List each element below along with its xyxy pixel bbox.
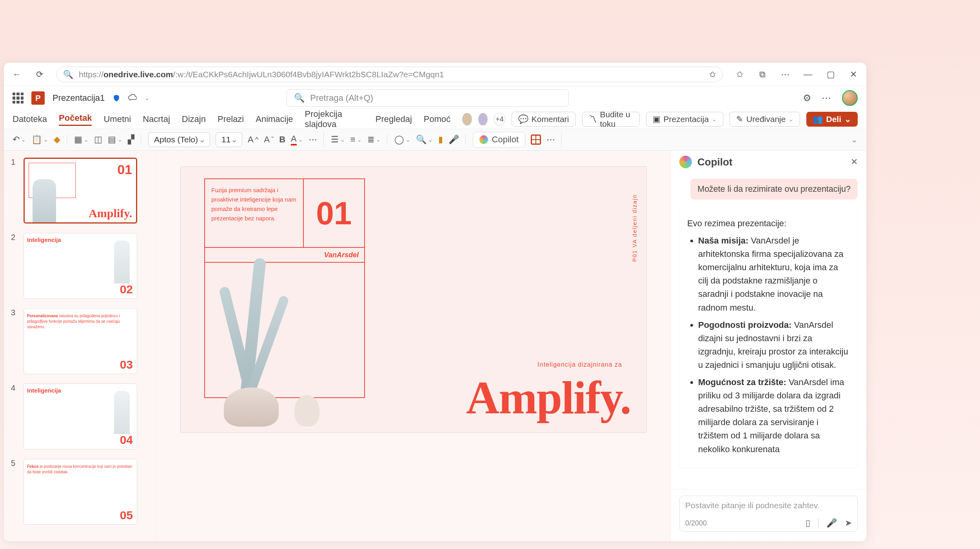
new-slide-button[interactable]: ▦⌄ <box>74 135 89 145</box>
slide-thumb-3[interactable]: Personalizovana iskustva su prilagođena … <box>24 308 137 374</box>
refresh-button[interactable]: ⟳ <box>34 69 45 80</box>
vase-illustration <box>294 395 319 426</box>
font-color-button[interactable]: A⌄ <box>291 134 303 145</box>
comments-button[interactable]: 💬Komentari <box>512 112 576 127</box>
favorites-icon[interactable]: ✩ <box>734 69 746 80</box>
sensitivity-shield-icon[interactable] <box>113 94 120 102</box>
bold-button[interactable]: B <box>279 135 285 145</box>
comment-icon: 💬 <box>518 115 528 124</box>
align-button[interactable]: ≣⌄ <box>367 135 381 145</box>
back-button[interactable]: ← <box>11 69 23 80</box>
save-sync-icon[interactable] <box>128 94 137 102</box>
designer-button[interactable] <box>531 135 541 145</box>
app-title-bar: P Prezentacija1 ⌄ 🔍 Pretraga (Alt+Q) ⚙ ⋯ <box>4 86 866 110</box>
increase-font-button[interactable]: A^ <box>248 135 258 145</box>
star-icon[interactable]: ✩ <box>709 70 716 79</box>
tab-help[interactable]: Pomoć <box>424 114 450 124</box>
collections-icon[interactable]: ⧉ <box>757 69 768 80</box>
search-icon: 🔍 <box>294 93 305 103</box>
canvas-slide-number: 01 <box>304 179 364 247</box>
slide-thumb-2[interactable]: Inteligencija 02 <box>24 233 137 299</box>
slide-thumb-1[interactable]: 01 Amplify. <box>24 158 137 224</box>
picture-button[interactable]: ▞ <box>128 135 134 145</box>
more-options-icon[interactable]: ⋯ <box>822 93 832 104</box>
copilot-bullet: Pogodnosti proizvoda: VanArsdel dizajni … <box>698 318 850 372</box>
copilot-response-intro: Evo rezimea prezentacije: <box>687 217 850 230</box>
share-button[interactable]: 👥Deli⌄ <box>806 112 858 127</box>
canvas-grid-box: Fuzija premium sadržaja i proaktivne int… <box>204 178 365 398</box>
undo-button[interactable]: ↶⌄ <box>13 135 26 145</box>
slide-thumbnail[interactable]: 5 Fokus je postizanje nivoa koncentracij… <box>11 459 149 525</box>
slide-thumbnail[interactable]: 4 Inteligencija 04 <box>11 384 149 449</box>
font-family-select[interactable]: Aptos (Telo) <box>148 132 210 147</box>
copilot-char-count: 0/2000 <box>685 519 707 527</box>
more-icon[interactable]: ⋯ <box>779 69 791 80</box>
more-font-options[interactable]: ⋯ <box>309 135 317 145</box>
slide-thumb-4[interactable]: Inteligencija 04 <box>24 384 137 449</box>
slide-thumbnail[interactable]: 2 Inteligencija 02 <box>11 233 149 299</box>
decrease-font-button[interactable]: Aˇ <box>264 135 274 145</box>
ribbon-tabs: Datoteka Početak Umetni Nacrtaj Dizajn P… <box>4 110 866 129</box>
find-button[interactable]: 🔍⌄ <box>416 135 433 145</box>
slide-thumbnail[interactable]: 3 Personalizovana iskustva su prilagođen… <box>11 308 149 374</box>
present-icon: ▣ <box>653 115 661 124</box>
ribbon-collapse-chevron-icon[interactable]: ⌄ <box>851 135 858 144</box>
present-button[interactable]: ▣Prezentacija⌄ <box>646 112 724 127</box>
copilot-bullet: Mogućnost za tržište: VanArsdel ima pril… <box>698 376 850 456</box>
tab-animations[interactable]: Animacije <box>256 114 293 124</box>
copilot-text-input[interactable] <box>685 501 852 510</box>
tab-transitions[interactable]: Prelazi <box>218 114 244 124</box>
tab-design[interactable]: Dizajn <box>182 114 206 124</box>
slide-canvas-pane: Fuzija premium sadržaja i proaktivne int… <box>157 151 670 541</box>
catch-up-button[interactable]: 〽Budite u toku <box>582 112 640 127</box>
canvas-brand: VanArsdel <box>205 248 364 263</box>
copilot-header: Copilot ✕ <box>671 151 866 173</box>
tab-review[interactable]: Pregledaj <box>376 114 412 124</box>
slide-thumb-5[interactable]: Fokus je postizanje nivoa koncentracije … <box>24 459 137 525</box>
address-bar[interactable]: 🔍 https://onedrive.live.com/:w:/t/EaCKkP… <box>56 67 723 82</box>
dictate-button[interactable]: 🎤 <box>448 135 459 145</box>
more-commands[interactable]: ⋯ <box>546 135 555 145</box>
account-avatar[interactable] <box>842 90 858 106</box>
copilot-toolbar-button[interactable]: Copilot <box>473 132 525 147</box>
title-chevron-icon[interactable]: ⌄ <box>145 95 149 101</box>
slide-thumbnail[interactable]: 1 01 Amplify. <box>11 158 149 224</box>
canvas-tagline: Inteligencija dizajnirana za <box>537 361 622 368</box>
format-painter-button[interactable]: ◆ <box>54 135 60 145</box>
slide-canvas[interactable]: Fuzija premium sadržaja i proaktivne int… <box>180 166 647 433</box>
font-size-select[interactable]: 11 <box>216 132 242 147</box>
bullets-button[interactable]: ☰⌄ <box>331 135 345 145</box>
tab-home[interactable]: Početak <box>59 113 92 126</box>
shapes-button[interactable]: ◯⌄ <box>394 135 410 145</box>
paste-button[interactable]: 📋⌄ <box>31 135 48 145</box>
copilot-send-button[interactable]: ➤ <box>845 518 852 528</box>
copilot-close-button[interactable]: ✕ <box>851 157 858 167</box>
copilot-book-icon[interactable]: ▯ <box>806 518 810 528</box>
document-title[interactable]: Prezentacija1 <box>53 93 105 103</box>
copilot-mic-icon[interactable]: 🎤 <box>826 518 837 528</box>
collaborator-avatar-2[interactable] <box>478 113 488 125</box>
numbering-button[interactable]: ≡⌄ <box>350 135 362 145</box>
settings-gear-icon[interactable]: ⚙ <box>803 93 811 104</box>
copilot-input[interactable]: 0/2000 ▯ 🎤 ➤ <box>679 496 858 532</box>
minimize-button[interactable]: — <box>802 69 814 80</box>
more-collaborators-badge[interactable]: +4 <box>494 113 505 125</box>
tab-slideshow[interactable]: Projekcija slajdova <box>305 109 364 129</box>
editing-mode-button[interactable]: ✎Uređivanje⌄ <box>730 112 800 127</box>
search-box[interactable]: 🔍 Pretraga (Alt+Q) <box>287 89 569 107</box>
tab-file[interactable]: Datoteka <box>13 114 47 124</box>
layout-button[interactable]: ▤⌄ <box>108 135 122 145</box>
slide-thumbnail-pane[interactable]: 1 01 Amplify. 2 Inteligencija 02 3 <box>4 151 157 541</box>
reuse-slides-button[interactable]: ◫ <box>94 135 102 145</box>
tab-draw[interactable]: Nacrtaj <box>143 114 170 124</box>
canvas-side-label: P01 VA deljeni dizajn <box>632 194 638 262</box>
app-launcher-icon[interactable] <box>13 93 24 104</box>
person-icon: 👥 <box>813 115 823 124</box>
copilot-logo-icon <box>479 135 488 144</box>
tab-insert[interactable]: Umetni <box>103 114 131 124</box>
maximize-button[interactable]: ▢ <box>825 69 837 80</box>
browser-chrome-bar: ← ⟳ 🔍 https://onedrive.live.com/:w:/t/Ea… <box>4 63 866 86</box>
collaborator-avatar-1[interactable] <box>462 113 472 125</box>
close-window-button[interactable]: ✕ <box>848 69 859 80</box>
sensitivity-button[interactable]: ▮ <box>438 135 443 145</box>
